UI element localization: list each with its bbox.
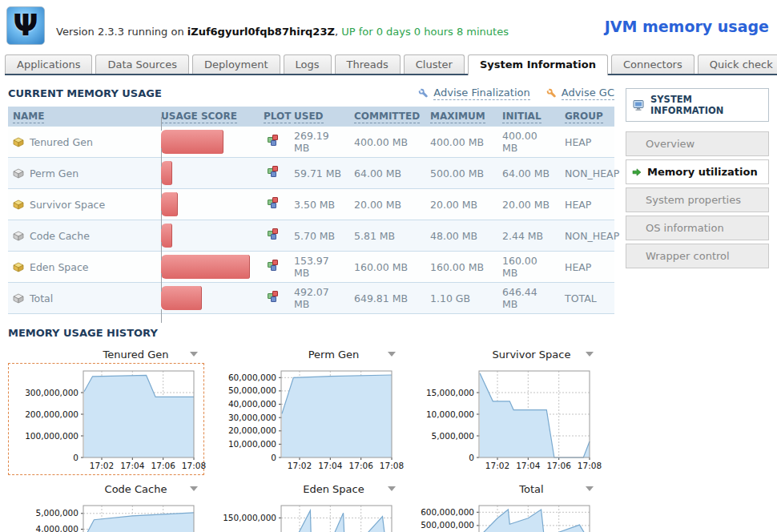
app-header: Ψ Version 2.3.3 running on iZuf6gyurl0fq…: [0, 0, 777, 54]
version-text: Version 2.3.3 running on: [56, 26, 187, 38]
tab-applications[interactable]: Applications: [5, 54, 92, 74]
svg-text:5,000,000: 5,000,000: [432, 431, 474, 441]
tab-quick-check[interactable]: Quick check: [698, 54, 777, 74]
chart-frame: 05,000,00010,000,00015,000,00017:0217:04…: [404, 363, 600, 475]
plot-icon[interactable]: [268, 197, 280, 209]
sidebar: SYSTEM INFORMATION Overview Memory utili…: [626, 88, 769, 532]
memory-pool-gold-icon: [13, 262, 24, 272]
svg-text:20,000,000: 20,000,000: [228, 425, 276, 435]
sidebar-item-label: OS information: [646, 222, 724, 234]
tab-threads[interactable]: Threads: [335, 54, 401, 74]
tab-connectors[interactable]: Connectors: [611, 54, 694, 74]
svg-text:500,000,000: 500,000,000: [421, 520, 474, 530]
chart-title: Total: [477, 483, 586, 495]
column-header-maximum[interactable]: MAXIMUM: [425, 107, 497, 127]
group-cell: HEAP: [560, 127, 614, 158]
committed-cell: 160.00 MB: [349, 252, 425, 283]
plot-icon[interactable]: [268, 260, 280, 272]
svg-text:15,000,000: 15,000,000: [426, 388, 474, 397]
svg-text:300,000,000: 300,000,000: [25, 388, 79, 397]
table-row-tenured-gen: Tenured Gen269.19 MB400.00 MB400.00 MB40…: [8, 127, 614, 158]
used-cell: 3.50 MB: [289, 189, 349, 220]
column-header-committed[interactable]: COMMITTED: [349, 107, 425, 127]
table-row-total: Total492.07 MB649.81 MB1.10 GB646.44 MBT…: [8, 283, 614, 314]
chevron-down-icon[interactable]: [586, 352, 594, 357]
plot-cell: [259, 252, 289, 283]
column-header-used[interactable]: USED: [289, 107, 349, 127]
chart-frame: 010,000,00020,000,00030,000,00040,000,00…: [206, 363, 402, 475]
chart-code-cache[interactable]: Code Cache01,000,0002,000,0003,000,0004,…: [8, 482, 204, 532]
pool-name: Eden Space: [30, 261, 89, 273]
committed-cell: 5.81 MB: [349, 220, 425, 252]
table-row-code-cache: Code Cache5.70 MB5.81 MB48.00 MB2.44 MBN…: [8, 220, 614, 252]
memory-table-header-row: NAMEUSAGE SCOREPLOTUSEDCOMMITTEDMAXIMUMI…: [8, 107, 614, 127]
used-cell: 5.70 MB: [289, 220, 349, 252]
tab-deployment[interactable]: Deployment: [192, 54, 280, 74]
chart-canvas: 01,000,0002,000,0003,000,0004,000,0005,0…: [10, 499, 199, 532]
plot-icon[interactable]: [268, 135, 280, 147]
advise-gc-link[interactable]: Advise GC: [546, 87, 614, 100]
used-cell: 153.97 MB: [289, 252, 349, 283]
psi-logo-icon[interactable]: Ψ: [6, 6, 45, 45]
column-header-name[interactable]: NAME: [8, 107, 156, 127]
monitor-icon: [633, 100, 645, 111]
used-cell: 269.19 MB: [289, 127, 349, 158]
maximum-cell: 1.10 GB: [425, 283, 497, 314]
column-header-initial[interactable]: INITIAL: [497, 107, 560, 127]
plot-cell: [259, 189, 289, 220]
sidebar-item-system-properties[interactable]: System properties: [626, 187, 769, 212]
column-header-group[interactable]: GROUP: [560, 107, 614, 127]
chevron-down-icon[interactable]: [190, 352, 198, 357]
svg-text:17:08: 17:08: [380, 461, 404, 470]
chart-title: Survivor Space: [477, 349, 586, 361]
sidebar-item-os-information[interactable]: OS information: [626, 216, 769, 240]
table-row-eden-space: Eden Space153.97 MB160.00 MB160.00 MB160…: [8, 252, 614, 283]
tab-logs[interactable]: Logs: [284, 54, 332, 74]
advise-finalization-link[interactable]: Advise Finalization: [418, 87, 529, 100]
usage-score-cell: [156, 220, 259, 252]
svg-text:17:06: 17:06: [349, 461, 374, 470]
table-row-survivor-space: Survivor Space3.50 MB20.00 MB20.00 MB20.…: [8, 189, 614, 220]
chevron-down-icon[interactable]: [586, 486, 594, 491]
sidebar-item-overview[interactable]: Overview: [626, 131, 769, 156]
chart-title: Code Cache: [82, 483, 190, 495]
plot-icon[interactable]: [268, 291, 280, 303]
usage-score-cell: [156, 158, 259, 189]
chart-total[interactable]: Total0100,000,000200,000,000300,000,0004…: [404, 482, 600, 532]
svg-text:5,000,000: 5,000,000: [36, 508, 79, 518]
host-name: iZuf6gyurl0fqb87hirq23Z: [187, 26, 335, 38]
chart-perm-gen[interactable]: Perm Gen010,000,00020,000,00030,000,0004…: [206, 347, 402, 475]
sidebar-item-wrapper-control[interactable]: Wrapper control: [626, 244, 769, 268]
svg-text:0: 0: [271, 453, 276, 462]
plot-icon[interactable]: [268, 166, 280, 178]
initial-cell: 160.00 MB: [497, 252, 560, 283]
memory-history-title: MEMORY USAGE HISTORY: [8, 327, 614, 339]
chart-frame: 050,000,000100,000,000150,000,00017:0217…: [206, 498, 402, 532]
plot-icon[interactable]: [268, 228, 280, 240]
chart-survivor-space[interactable]: Survivor Space05,000,00010,000,00015,000…: [404, 347, 600, 475]
chevron-down-icon[interactable]: [190, 486, 198, 491]
chart-frame: 0100,000,000200,000,000300,000,00017:021…: [8, 363, 204, 475]
maximum-cell: 160.00 MB: [425, 252, 497, 283]
name-cell: Perm Gen: [8, 158, 156, 189]
svg-text:200,000,000: 200,000,000: [25, 409, 79, 419]
usage-score-cell: [156, 252, 259, 283]
chevron-down-icon[interactable]: [388, 352, 396, 357]
chart-tenured-gen[interactable]: Tenured Gen0100,000,000200,000,000300,00…: [8, 347, 204, 475]
memory-pool-gray-icon: [13, 231, 24, 241]
svg-text:150,000,000: 150,000,000: [223, 513, 276, 522]
svg-text:17:04: 17:04: [120, 461, 145, 470]
sidebar-item-memory-utilization[interactable]: Memory utilization: [626, 159, 769, 184]
sidebar-header: SYSTEM INFORMATION: [626, 88, 769, 122]
tab-system-information[interactable]: System Information: [468, 54, 608, 75]
uptime-text: UP for 0 days 0 hours 8 minutes: [341, 26, 509, 38]
tab-cluster[interactable]: Cluster: [404, 54, 465, 74]
initial-cell: 20.00 MB: [497, 189, 560, 220]
action-label: Advise GC: [562, 87, 614, 100]
chevron-down-icon[interactable]: [388, 486, 396, 491]
chart-eden-space[interactable]: Eden Space050,000,000100,000,000150,000,…: [206, 482, 402, 532]
tab-data-sources[interactable]: Data Sources: [95, 54, 189, 74]
wrench-icon: [546, 88, 558, 99]
column-header-usage-score[interactable]: USAGE SCORE: [156, 107, 259, 127]
column-header-plot[interactable]: PLOT: [259, 107, 289, 127]
